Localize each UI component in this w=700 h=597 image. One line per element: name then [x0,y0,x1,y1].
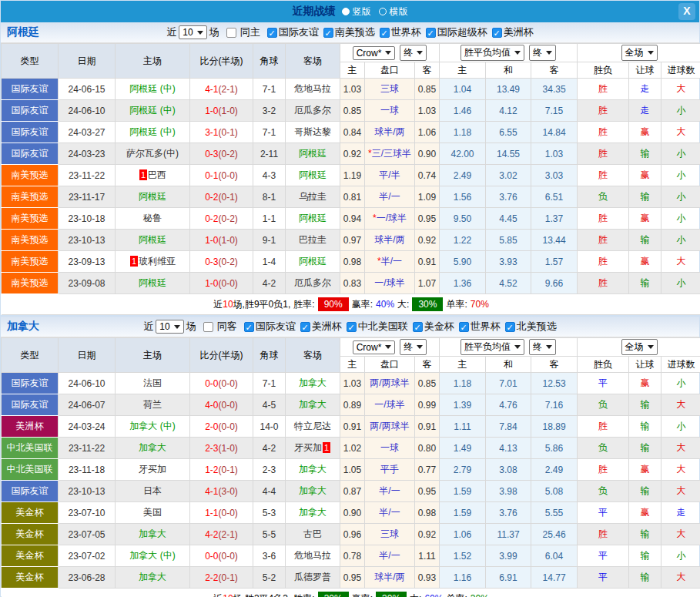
halftime-score: (1-0) [219,235,238,246]
near-label: 近 [213,593,223,597]
summary-stat-label: 赢率: [352,298,373,311]
away-team-name: 加拿大 [299,399,327,410]
handicap-result: 赢 [629,373,661,394]
away-team-name: 特立尼达 [294,421,331,431]
avg-win-odds: 2.79 [440,459,486,481]
filters-group: 近 10 场 同客 ✓国际友谊✓美洲杯✓中北美国联✓美金杯✓世界杯✓北美预选 [143,320,556,334]
summary-stat-value: 90% [318,297,349,311]
vertical-layout-radio[interactable]: 竖版 [342,5,371,18]
match-result: 胜 [578,273,629,294]
away-team: 加拿大 [286,394,340,416]
avg-odds-select[interactable]: 胜平负均值 [461,45,524,61]
match-type-badge: 中北美国联 [2,459,59,481]
filter-row: 阿根廷 近 10 场 同主 ✓国际友谊✓南美预选✓世界杯✓国际超级杯✓美洲杯 [1,22,699,43]
sub-header-home-odds: 主 [340,62,365,79]
avg-odds-select[interactable]: 胜平负均值 [461,339,524,355]
avg-stage-select[interactable]: 终 [529,339,556,355]
home-team: 秘鲁 [116,208,190,230]
match-result: 平 [578,545,629,567]
halftime-score: (0-0) [219,170,238,181]
fulltime-score: 3-1 [205,127,218,138]
score-cell: 4-2(2-1) [190,524,253,545]
odds-stage-value: 终 [404,340,413,354]
odds-stage-select[interactable]: 终 [400,45,427,61]
same-venue-checkbox[interactable] [226,28,236,38]
halftime-score: (3-0) [219,486,238,497]
match-result: 胜 [578,459,629,481]
home-handicap-odds: 0.95 [340,567,365,589]
corner-count: 14-0 [253,416,286,438]
horizontal-layout-radio[interactable]: 横版 [379,5,408,18]
away-team: 危地马拉 [286,545,340,567]
fulltime-score: 1-0 [205,106,218,116]
recent-count-select[interactable]: 10 [179,25,206,39]
competition-checkbox[interactable]: ✓ [459,322,469,332]
matches-tbody: 国际友谊24-06-10法国0-0(0-0)7-1加拿大1.03两/两球半0.8… [2,373,700,597]
match-scope-select[interactable]: 全场 [621,339,658,355]
match-result: 胜 [578,165,629,186]
bookmaker-select[interactable]: Crow* [353,340,396,354]
competition-checkbox[interactable]: ✓ [426,28,436,38]
fulltime-score: 2-0 [205,421,218,432]
goals-result: 小 [661,230,700,251]
away-team: 阿根廷 [286,208,340,230]
avg-win-odds: 1.18 [440,373,486,394]
team-name: 加拿大 [7,320,39,334]
table-row: 南美预选23-11-17阿根廷0-2(0-1)8-1乌拉圭0.81半/一1.09… [2,186,700,208]
away-team: 加拿大 [286,481,340,502]
vertical-layout-label: 竖版 [353,5,371,18]
match-scope-select[interactable]: 全场 [621,45,658,61]
competition-checkbox[interactable]: ✓ [323,28,333,38]
home-team: 荷兰 [116,394,190,416]
avg-draw-odds: 4.52 [486,273,531,294]
competition-label: 国际超级杯 [437,25,487,39]
competition-checkbox[interactable]: ✓ [413,322,423,332]
away-team-name: 危地马拉 [294,83,331,94]
competition-checkbox[interactable]: ✓ [267,28,277,38]
home-team: 阿根廷 [116,230,190,251]
competition-checkbox[interactable]: ✓ [505,322,515,332]
competition-checkbox[interactable]: ✓ [380,28,390,38]
goals-result: 大 [661,481,700,502]
table-row: 美金杯23-06-28加拿大2-2(0-1)5-2瓜德罗普0.95球半/两0.9… [2,567,700,589]
competition-checkbox[interactable]: ✓ [492,28,502,38]
radio-selected-icon[interactable] [342,8,350,15]
away-handicap-odds: 0.85 [415,373,440,394]
games-label: 场 [209,25,219,39]
home-team-name: 阿根廷 [139,191,166,202]
handicap-text: 一/球半 [374,399,404,410]
match-type-badge: 南美预选 [2,273,59,294]
halftime-score: (0-2) [219,213,238,224]
competition-checkbox[interactable]: ✓ [347,322,357,332]
recent-count-select[interactable]: 10 [156,320,183,334]
score-cell: 1-0(1-0) [190,230,253,251]
handicap-text: 一/球半 [374,277,404,288]
away-team-name: 阿根廷 [299,169,327,180]
corner-count: 3-2 [253,100,286,122]
match-result: 胜 [578,416,629,438]
bookmaker-select[interactable]: Crow* [353,46,396,60]
avg-stage-value: 终 [533,46,542,59]
halftime-score: (0-2) [219,257,238,267]
competition-checkbox[interactable]: ✓ [244,322,254,332]
match-date: 23-07-10 [59,502,116,524]
odds-stage-select[interactable]: 终 [400,339,427,355]
score-cell: 1-2(0-1) [190,459,253,481]
handicap-line: 平/半 [365,165,415,186]
home-team-name: 萨尔瓦多(中) [126,148,179,159]
home-handicap-odds: 0.94 [340,208,365,230]
radio-unselected-icon[interactable] [379,8,387,15]
same-venue-checkbox[interactable] [203,322,213,332]
goals-result: 小 [661,100,700,122]
competition-checkbox[interactable]: ✓ [300,322,310,332]
avg-win-odds: 1.39 [440,394,486,416]
sub-header-avg-draw: 和 [486,357,531,373]
avg-stage-select[interactable]: 终 [529,45,556,61]
near-count: 10 [223,299,233,310]
chevron-down-icon [197,31,203,35]
handicap-text: 平/半 [379,169,400,180]
close-icon[interactable]: X [678,3,695,20]
handicap-text: 两/两球半 [370,421,409,431]
handicap-text: 三球 [380,83,399,94]
home-handicap-odds: 0.87 [340,481,365,502]
